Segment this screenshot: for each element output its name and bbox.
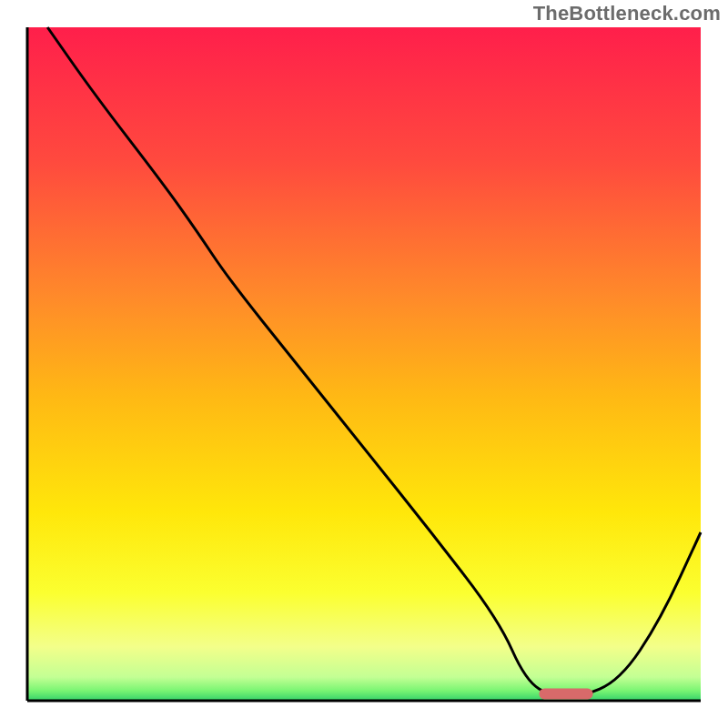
chart-container: TheBottleneck.com <box>0 0 728 728</box>
chart-background <box>27 27 701 701</box>
watermark-label: TheBottleneck.com <box>533 2 721 25</box>
optimal-zone-marker <box>539 689 592 700</box>
bottleneck-chart <box>0 0 728 728</box>
